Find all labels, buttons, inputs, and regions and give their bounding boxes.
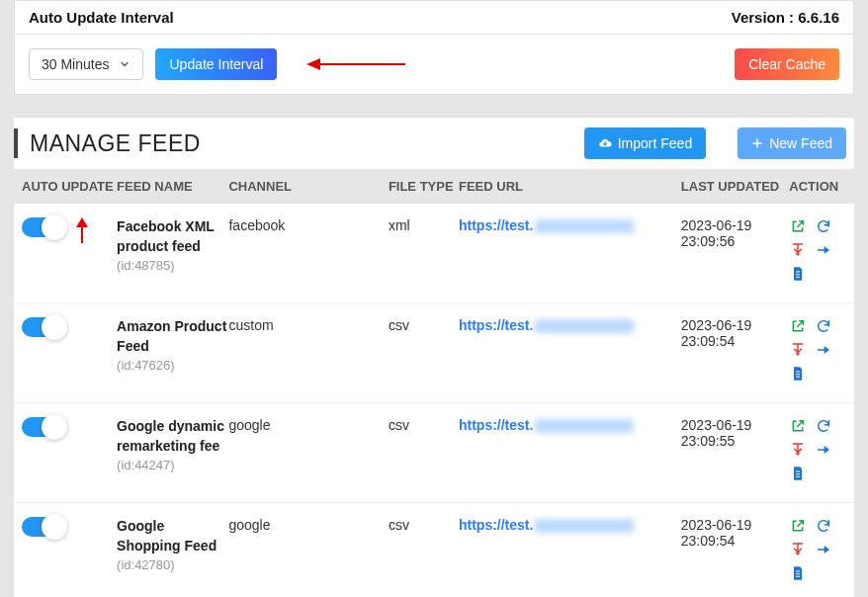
- channel-cell: facebook: [228, 217, 388, 233]
- table-header: AUTO UPDATE FEED NAME CHANNEL FILE TYPE …: [14, 169, 854, 204]
- arrow-up-annotation: [73, 217, 91, 246]
- export-icon[interactable]: [815, 541, 832, 558]
- plus-icon: [751, 137, 763, 149]
- feed-name-cell: Facebook XML product feed(id:48785): [117, 217, 228, 273]
- auto-update-toggle[interactable]: [22, 317, 63, 337]
- action-cell: [789, 517, 846, 582]
- col-feed-url: FEED URL: [459, 179, 681, 194]
- last-updated-cell: 2023-06-1923:09:55: [681, 417, 790, 449]
- open-link-icon[interactable]: [789, 417, 807, 435]
- feed-id: (id:44247): [117, 458, 228, 472]
- feed-url-link[interactable]: https://test.: [459, 317, 533, 333]
- chevron-down-icon: [119, 58, 130, 70]
- feed-url-cell: https://test.: [459, 217, 681, 233]
- manage-feed-section: MANAGE FEED Import Feed New Feed AUTO UP…: [14, 117, 854, 597]
- channel-cell: google: [228, 517, 388, 533]
- interval-select[interactable]: 30 Minutes: [29, 48, 143, 80]
- export-icon[interactable]: [815, 241, 832, 259]
- action-cell: [789, 317, 846, 383]
- section-title: MANAGE FEED: [30, 130, 201, 157]
- import-feed-button[interactable]: Import Feed: [584, 128, 706, 159]
- col-action: ACTION: [789, 179, 846, 194]
- panel-body: 30 Minutes Update Interval Clear Cache: [15, 35, 853, 94]
- export-icon[interactable]: [815, 441, 832, 459]
- feed-name-cell: Google Shopping Feed(id:42780): [117, 517, 228, 572]
- panel-header: Auto Update Interval Version : 6.6.16: [15, 1, 853, 35]
- download-icon[interactable]: [789, 241, 807, 259]
- panel-title: Auto Update Interval: [29, 9, 174, 26]
- redacted-url: [535, 219, 634, 233]
- refresh-icon[interactable]: [815, 317, 832, 335]
- feed-id: (id:42780): [117, 557, 228, 572]
- channel-cell: custom: [228, 317, 388, 333]
- refresh-icon[interactable]: [815, 417, 832, 435]
- feed-name: Facebook XML product feed: [117, 217, 228, 256]
- document-icon[interactable]: [789, 265, 807, 283]
- last-updated-cell: 2023-06-1923:09:54: [681, 517, 790, 549]
- file-type-cell: csv: [389, 317, 459, 333]
- table-row: Google Shopping Feed(id:42780)googlecsvh…: [14, 503, 854, 597]
- auto-update-toggle[interactable]: [22, 217, 63, 237]
- document-icon[interactable]: [789, 564, 807, 582]
- section-accent-bar: [14, 128, 18, 158]
- interval-selected: 30 Minutes: [42, 56, 109, 72]
- row-actions: [789, 317, 844, 383]
- row-actions: [789, 517, 844, 582]
- feed-url-link[interactable]: https://test.: [459, 217, 533, 233]
- feed-name: Google Shopping Feed: [117, 517, 228, 555]
- auto-update-panel: Auto Update Interval Version : 6.6.16 30…: [14, 0, 854, 95]
- arrow-annotation: [306, 55, 405, 73]
- action-cell: [789, 217, 846, 283]
- feed-id: (id:47626): [117, 358, 228, 373]
- section-header: MANAGE FEED Import Feed New Feed: [14, 118, 854, 169]
- col-file-type: FILE TYPE: [389, 179, 459, 194]
- download-icon[interactable]: [789, 341, 807, 359]
- download-icon[interactable]: [789, 541, 807, 558]
- action-cell: [789, 417, 846, 482]
- auto-update-toggle[interactable]: [22, 517, 63, 537]
- new-feed-button[interactable]: New Feed: [738, 128, 846, 159]
- feed-id: (id:48785): [117, 258, 228, 273]
- refresh-icon[interactable]: [815, 517, 832, 535]
- redacted-url: [535, 319, 634, 333]
- col-last-updated: LAST UPDATED: [681, 179, 790, 194]
- col-auto-update: AUTO UPDATE: [22, 179, 117, 194]
- auto-update-toggle[interactable]: [22, 417, 63, 437]
- channel-cell: google: [228, 417, 388, 433]
- cloud-download-icon: [598, 136, 612, 150]
- feed-url-link[interactable]: https://test.: [459, 417, 533, 433]
- table-row: Facebook XML product feed(id:48785)faceb…: [14, 204, 854, 303]
- row-actions: [789, 417, 844, 482]
- file-type-cell: csv: [389, 417, 459, 433]
- table-row: Amazon Product Feed(id:47626)customcsvht…: [14, 303, 854, 403]
- update-interval-button[interactable]: Update Interval: [155, 48, 277, 80]
- clear-cache-button[interactable]: Clear Cache: [735, 48, 839, 80]
- open-link-icon[interactable]: [789, 317, 807, 335]
- feed-url-cell: https://test.: [459, 517, 681, 533]
- last-updated-cell: 2023-06-1923:09:54: [681, 317, 790, 349]
- feed-url-cell: https://test.: [459, 317, 681, 333]
- version-label: Version : 6.6.16: [732, 9, 839, 26]
- feed-name-cell: Amazon Product Feed(id:47626): [117, 317, 228, 373]
- document-icon[interactable]: [789, 465, 807, 482]
- feed-url-link[interactable]: https://test.: [459, 517, 533, 533]
- open-link-icon[interactable]: [789, 217, 807, 235]
- file-type-cell: csv: [389, 517, 459, 533]
- last-updated-cell: 2023-06-1923:09:56: [681, 217, 790, 249]
- table-row: Google dynamic remarketing fee(id:44247)…: [14, 403, 854, 503]
- redacted-url: [535, 519, 634, 533]
- file-type-cell: xml: [389, 217, 459, 233]
- feed-url-cell: https://test.: [459, 417, 681, 433]
- row-actions: [789, 217, 844, 283]
- col-feed-name: FEED NAME: [117, 179, 228, 194]
- feed-name: Google dynamic remarketing fee: [117, 417, 228, 456]
- document-icon[interactable]: [789, 365, 807, 383]
- refresh-icon[interactable]: [815, 217, 832, 235]
- export-icon[interactable]: [815, 341, 832, 359]
- feed-name-cell: Google dynamic remarketing fee(id:44247): [117, 417, 228, 472]
- open-link-icon[interactable]: [789, 517, 807, 535]
- feed-name: Amazon Product Feed: [117, 317, 228, 356]
- col-channel: CHANNEL: [228, 179, 388, 194]
- download-icon[interactable]: [789, 441, 807, 459]
- redacted-url: [535, 419, 634, 433]
